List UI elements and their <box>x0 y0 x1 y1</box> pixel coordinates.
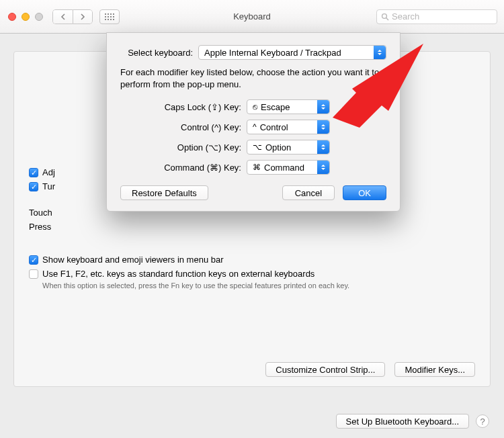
caps-lock-label: Caps Lock (⇪) Key: <box>120 102 247 112</box>
option-row: Option (⌥) Key: ⌥ Option <box>120 140 386 155</box>
turn-off-checkbox[interactable] <box>29 182 38 191</box>
nav-back-forward <box>52 9 93 24</box>
restore-defaults-button[interactable]: Restore Defaults <box>120 185 208 200</box>
window-footer: Set Up Bluetooth Keyboard... ? <box>15 414 489 429</box>
sheet-button-row: Restore Defaults Cancel OK <box>120 185 386 200</box>
select-keyboard-value: Apple Internal Keyboard / Trackpad <box>204 48 341 58</box>
command-label: Command (⌘) Key: <box>120 163 247 173</box>
caps-lock-popup[interactable]: ⎋ Escape <box>247 99 330 114</box>
select-keyboard-popup[interactable]: Apple Internal Keyboard / Trackpad <box>198 45 386 60</box>
modifier-keys-button[interactable]: Modifier Keys... <box>394 362 475 377</box>
popup-arrows-icon <box>317 140 329 154</box>
control-value: Control <box>260 122 288 132</box>
show-viewers-label: Show keyboard and emoji viewers in menu … <box>42 255 224 265</box>
press-fn-label-stub: Press <box>29 222 475 232</box>
show-all-button[interactable] <box>99 9 120 24</box>
fn-keys-row: Use F1, F2, etc. keys as standard functi… <box>29 269 475 279</box>
forward-button[interactable] <box>73 9 93 24</box>
command-popup[interactable]: ⌘ Command <box>247 160 330 175</box>
adjust-brightness-checkbox[interactable] <box>29 168 38 177</box>
popup-arrows-icon <box>317 120 329 134</box>
option-label: Option (⌥) Key: <box>120 142 247 152</box>
sheet-instructions: For each modifier key listed below, choo… <box>120 67 386 90</box>
option-icon: ⌥ <box>253 142 262 152</box>
control-label: Control (^) Key: <box>120 122 247 132</box>
back-button[interactable] <box>52 9 73 24</box>
option-popup[interactable]: ⌥ Option <box>247 140 330 155</box>
select-keyboard-label: Select keyboard: <box>120 48 198 58</box>
option-value: Option <box>265 142 291 152</box>
control-popup[interactable]: ^ Control <box>247 120 330 134</box>
turn-off-label-stub: Tur <box>42 181 55 191</box>
svg-point-0 <box>382 13 387 18</box>
command-row: Command (⌘) Key: ⌘ Command <box>120 160 386 175</box>
command-value: Command <box>264 163 304 173</box>
popup-arrows-icon <box>317 100 329 114</box>
svg-line-1 <box>386 17 388 19</box>
search-placeholder: Search <box>392 11 419 21</box>
modifier-keys-sheet: Select keyboard: Apple Internal Keyboard… <box>106 32 401 212</box>
show-viewers-row: Show keyboard and emoji viewers in menu … <box>29 255 475 265</box>
minimize-window-button[interactable] <box>22 13 30 21</box>
search-icon <box>381 13 389 21</box>
traffic-lights <box>8 13 43 21</box>
escape-icon: ⎋ <box>253 102 257 112</box>
caps-lock-row: Caps Lock (⇪) Key: ⎋ Escape <box>120 99 386 114</box>
close-window-button[interactable] <box>8 13 16 21</box>
caps-lock-value: Escape <box>261 102 290 112</box>
search-field[interactable]: Search <box>376 9 497 24</box>
control-icon: ^ <box>253 122 257 132</box>
ok-button[interactable]: OK <box>343 185 386 200</box>
fn-keys-hint: When this option is selected, press the … <box>42 281 475 290</box>
fn-keys-checkbox[interactable] <box>29 269 38 279</box>
adjust-brightness-label-stub: Adj <box>42 167 55 177</box>
setup-bluetooth-keyboard-button[interactable]: Set Up Bluetooth Keyboard... <box>336 414 469 429</box>
command-icon: ⌘ <box>253 163 261 172</box>
control-row: Control (^) Key: ^ Control <box>120 120 386 134</box>
cancel-button[interactable]: Cancel <box>282 185 335 200</box>
customize-control-strip-button[interactable]: Customize Control Strip... <box>265 362 385 377</box>
zoom-window-button <box>35 13 43 21</box>
modifier-key-rows: Caps Lock (⇪) Key: ⎋ Escape Control (^) … <box>120 99 386 175</box>
popup-arrows-icon <box>374 46 386 59</box>
fn-keys-label: Use F1, F2, etc. keys as standard functi… <box>42 269 314 279</box>
popup-arrows-icon <box>317 161 329 174</box>
help-button[interactable]: ? <box>476 414 489 428</box>
titlebar: Keyboard Search <box>0 0 504 34</box>
show-viewers-checkbox[interactable] <box>29 255 38 265</box>
panel-button-row: Customize Control Strip... Modifier Keys… <box>265 362 475 377</box>
